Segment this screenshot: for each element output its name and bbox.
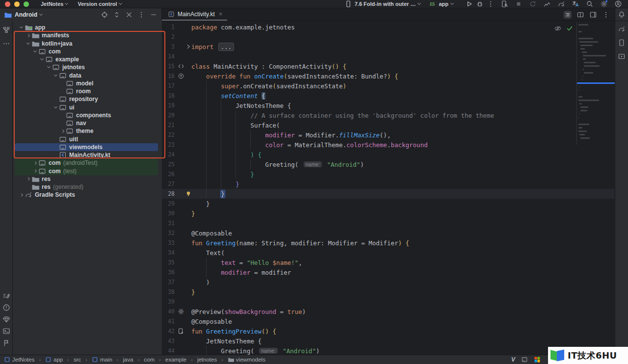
code-line-22[interactable]: 22 modifier = Modifier.fillMaxSize(), — [162, 130, 615, 140]
line-number[interactable]: 39 — [162, 298, 177, 305]
line-number[interactable]: 3 — [162, 43, 177, 50]
breadcrumb-jetnotes[interactable]: JetNotes — [4, 357, 34, 363]
code-line-28[interactable]: 28 } — [162, 189, 615, 199]
line-number[interactable]: 26 — [162, 171, 177, 178]
code-line-33[interactable]: 33fun Greeting(name: String, modifier: M… — [162, 238, 615, 248]
line-number[interactable]: 22 — [162, 131, 177, 138]
breadcrumb-jetnotes[interactable]: jetnotes — [197, 357, 217, 363]
code-line-38[interactable]: 38} — [162, 287, 615, 297]
editor-view-mode-icon[interactable] — [564, 11, 572, 19]
tree-item-jetnotes[interactable]: jetnotes — [15, 63, 158, 71]
code-line-36[interactable]: 36 modifier = modifier — [162, 267, 615, 277]
run-configuration-selector[interactable]: app — [428, 0, 453, 8]
line-number[interactable]: 18 — [162, 92, 177, 99]
line-number[interactable]: 16 — [162, 73, 177, 79]
code-line-30[interactable]: 30} — [162, 208, 615, 218]
line-number[interactable]: 32 — [162, 230, 177, 236]
tree-item-ui[interactable]: ui — [15, 104, 158, 111]
breadcrumb-java[interactable]: java — [123, 357, 133, 363]
tree-chevron-icon[interactable] — [59, 130, 66, 132]
close-tab-icon[interactable]: × — [219, 11, 223, 17]
tree-item-app[interactable]: app — [15, 24, 158, 31]
breadcrumb-main[interactable]: main — [92, 357, 112, 363]
close-window-button[interactable] — [5, 1, 10, 7]
code-line-42[interactable]: 42fun GreetingPreview() { — [162, 326, 615, 336]
fold-column[interactable] — [185, 190, 191, 197]
code-line-31[interactable]: 31 — [162, 218, 615, 228]
code-line-19[interactable]: 19 JetNotesTheme { — [162, 101, 615, 110]
override-gutter-icon[interactable] — [178, 73, 184, 79]
tree-item-res[interactable]: res(generated) — [15, 183, 158, 191]
gear-gutter-icon[interactable] — [178, 308, 184, 315]
tree-chevron-icon[interactable] — [31, 162, 38, 164]
code-line-40[interactable]: 40@Preview(showBackground = true) — [162, 307, 615, 316]
line-number[interactable]: 1 — [162, 24, 177, 30]
tree-chevron-icon[interactable] — [25, 178, 31, 180]
code-line-17[interactable]: 17 super.onCreate(savedInstanceState) — [162, 81, 615, 91]
tree-chevron-icon[interactable] — [45, 67, 52, 68]
breadcrumb-com[interactable]: com — [144, 357, 155, 363]
tree-item-repository[interactable]: repository — [15, 95, 158, 103]
code-line-27[interactable]: 27 } — [162, 179, 615, 189]
structure-toolwindow-icon[interactable] — [2, 26, 10, 34]
line-number[interactable]: 20 — [162, 112, 177, 119]
locate-file-icon[interactable] — [101, 11, 108, 19]
code-line-14[interactable]: 14 — [162, 52, 615, 61]
line-number[interactable]: 15 — [162, 63, 177, 70]
code-line-43[interactable]: 43 JetNotesTheme { — [162, 336, 615, 346]
code-line-26[interactable]: 26 } — [162, 169, 615, 179]
bulb-gutter-icon[interactable] — [185, 190, 192, 197]
tree-item-data[interactable]: data — [15, 72, 158, 79]
terminal-toolwindow-icon[interactable] — [2, 327, 10, 335]
gradle-toolwindow-icon[interactable] — [618, 25, 626, 33]
line-number[interactable]: 31 — [162, 220, 177, 227]
split-editor-icon[interactable] — [576, 11, 584, 19]
hide-panel-icon[interactable] — [150, 11, 157, 19]
reader-mode-eye-icon[interactable] — [554, 25, 562, 32]
gutter-icon-column[interactable] — [177, 63, 185, 70]
settings-gear-icon[interactable] — [600, 0, 608, 8]
tree-item-theme[interactable]: theme — [15, 127, 158, 135]
code-line-32[interactable]: 32@Composable — [162, 228, 615, 238]
tree-chevron-icon[interactable] — [25, 43, 31, 44]
line-number[interactable]: 35 — [162, 259, 177, 266]
line-number[interactable]: 21 — [162, 122, 177, 129]
collapse-all-icon[interactable] — [125, 11, 133, 19]
tree-chevron-icon[interactable] — [18, 194, 25, 196]
gradle-sync-icon[interactable] — [557, 0, 565, 8]
fold-gutter-icon[interactable] — [185, 43, 192, 50]
notifications-bell-icon[interactable] — [618, 11, 626, 19]
problems-toolwindow-icon[interactable] — [2, 304, 10, 312]
tree-item-com[interactable]: com — [15, 48, 158, 55]
breadcrumb-src[interactable]: src — [74, 357, 81, 363]
todo-toolwindow-icon[interactable] — [2, 339, 10, 347]
line-number[interactable]: 27 — [162, 181, 177, 187]
code-line-37[interactable]: 37 ) — [162, 277, 615, 287]
tree-chevron-icon[interactable] — [25, 34, 31, 37]
tree-item-mainactivity-kt[interactable]: MainActivity.kt — [15, 151, 158, 159]
gutter-icon-column[interactable] — [177, 328, 185, 335]
tree-item-example[interactable]: example — [15, 55, 158, 63]
build-toolwindow-icon[interactable] — [2, 292, 10, 300]
line-number[interactable]: 25 — [162, 161, 177, 168]
more-toolwindows-icon[interactable] — [2, 40, 10, 48]
device-preview-icon[interactable] — [589, 11, 597, 19]
line-number[interactable]: 43 — [162, 338, 177, 344]
code-line-29[interactable]: 29 } — [162, 199, 615, 208]
line-number[interactable]: 28 — [162, 190, 177, 197]
line-number[interactable]: 36 — [162, 269, 177, 276]
code-line-24[interactable]: 24 ) { — [162, 150, 615, 159]
tree-item-manifests[interactable]: manifests — [15, 31, 158, 39]
running-devices-toolwindow-icon[interactable] — [618, 52, 626, 60]
line-number[interactable]: 2 — [162, 33, 177, 40]
tab-mainactivity[interactable]: MainActivity.kt × — [162, 8, 227, 21]
panel-options-icon[interactable] — [137, 11, 145, 19]
code-line-2[interactable]: 2 — [162, 32, 615, 42]
tree-chevron-icon[interactable] — [52, 107, 59, 108]
tree-chevron-icon[interactable] — [31, 51, 38, 52]
debug-button[interactable] — [476, 0, 484, 8]
device-manager-icon[interactable] — [500, 0, 508, 8]
editor-minimap[interactable] — [576, 22, 615, 145]
translate-icon[interactable] — [572, 0, 579, 8]
device-selector[interactable]: 7.6 Fold-in with outer … — [344, 0, 421, 8]
